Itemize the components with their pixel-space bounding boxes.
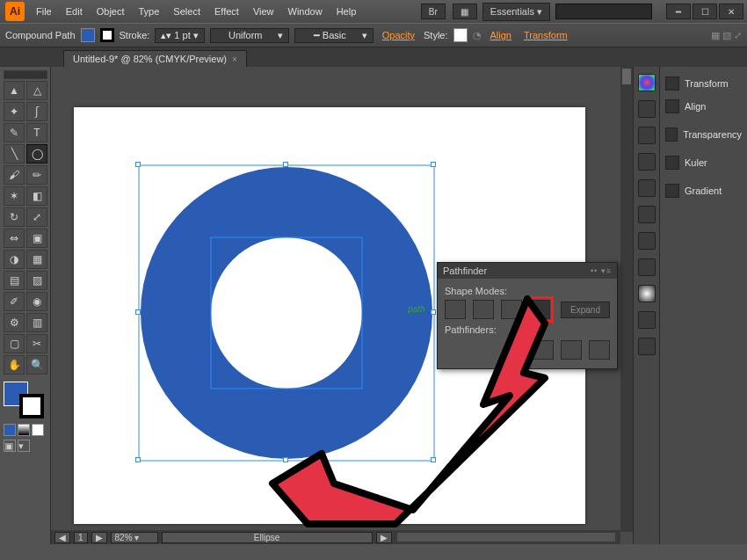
fill-swatch[interactable] (81, 28, 95, 42)
shape-builder-tool[interactable]: ◑ (4, 250, 25, 269)
blob-brush-tool[interactable]: ✶ (4, 186, 25, 206)
menu-file[interactable]: File (30, 4, 58, 19)
panel-align[interactable]: Align (662, 95, 745, 118)
toolbox-grip[interactable] (4, 70, 47, 79)
panel-transparency[interactable]: Transparency (662, 123, 745, 146)
window-close[interactable]: ✕ (719, 4, 743, 19)
appearance-icon[interactable] (638, 285, 656, 302)
pf-exclude-button[interactable] (529, 300, 550, 319)
ellipse-tool[interactable]: ◯ (26, 144, 47, 164)
selection-tool[interactable]: ▲ (4, 81, 25, 100)
mesh-tool[interactable]: ▤ (4, 271, 25, 290)
arrange-docs-icon[interactable]: ▦ (453, 4, 477, 19)
pathfinder-header[interactable]: Pathfinder •• ▾≡ (438, 263, 617, 279)
screen-mode-icon[interactable]: ▣ (4, 440, 16, 452)
fill-stroke-control[interactable] (4, 382, 47, 420)
artboard-next[interactable]: ▶ (91, 532, 107, 543)
pf-expand-button[interactable]: Expand (561, 302, 610, 318)
graphic-style-swatch[interactable] (453, 28, 468, 42)
stroke-weight-input[interactable]: ▴▾ 1 pt ▾ (155, 28, 204, 43)
paintbrush-tool[interactable]: 🖌 (4, 165, 25, 185)
status-next[interactable]: ▶ (376, 532, 392, 543)
eraser-tool[interactable]: ◧ (26, 186, 47, 206)
brush-style-select[interactable]: ━ Basic ▾ (294, 28, 374, 43)
stroke-color[interactable] (19, 394, 44, 418)
pf-intersect-button[interactable] (501, 300, 522, 319)
menu-select[interactable]: Select (167, 4, 207, 19)
window-maximize[interactable]: ☐ (693, 4, 717, 19)
menu-view[interactable]: View (247, 4, 280, 19)
pen-tool[interactable]: ✎ (4, 123, 25, 142)
brushes-icon[interactable] (638, 153, 656, 171)
type-tool[interactable]: T (26, 123, 47, 142)
symbols-icon[interactable] (638, 179, 656, 197)
window-minimize[interactable]: ━ (666, 4, 691, 19)
horizontal-scrollbar[interactable] (397, 533, 615, 542)
donut-shape[interactable] (137, 164, 436, 462)
direct-selection-tool[interactable]: △ (26, 81, 47, 100)
search-input[interactable] (555, 4, 652, 19)
blend-tool[interactable]: ◉ (26, 292, 47, 311)
line-tool[interactable]: ╲ (4, 144, 25, 164)
color-panel-icon[interactable] (638, 74, 656, 91)
gradient-mode-icon[interactable] (18, 424, 30, 436)
document-tab[interactable]: Untitled-9* @ 82% (CMYK/Preview) × (63, 50, 247, 67)
color-guide-icon[interactable] (638, 100, 656, 118)
align-link[interactable]: Align (487, 30, 515, 40)
magic-wand-tool[interactable]: ✦ (4, 102, 25, 121)
vertical-scrollbar[interactable] (620, 67, 633, 532)
panel-kuler[interactable]: Kuler (662, 151, 745, 174)
artboard-number[interactable]: 1 (74, 532, 88, 543)
color-mode-icon[interactable] (4, 424, 16, 436)
transform-link[interactable]: Transform (520, 30, 571, 40)
gradient-tool[interactable]: ▨ (26, 271, 47, 290)
swatches-icon[interactable] (638, 127, 656, 144)
pf-divide-button[interactable] (533, 340, 554, 360)
width-tool[interactable]: ⇔ (4, 229, 25, 248)
transparency-icon[interactable] (638, 258, 656, 276)
none-mode-icon[interactable] (32, 424, 44, 436)
bridge-icon[interactable]: Br (421, 4, 446, 19)
stroke-panel-icon[interactable] (638, 206, 656, 223)
menu-effect[interactable]: Effect (208, 4, 245, 19)
object-type-label: Compound Path (5, 30, 76, 40)
pf-unite-button[interactable] (445, 300, 466, 319)
change-screen-icon[interactable]: ▾ (18, 440, 30, 452)
graphic-styles-icon[interactable] (638, 311, 656, 329)
free-transform-tool[interactable]: ▣ (26, 229, 47, 248)
layers-icon[interactable] (638, 338, 656, 355)
panel-gradient[interactable]: Gradient (662, 179, 745, 202)
menu-edit[interactable]: Edit (60, 4, 89, 19)
pencil-tool[interactable]: ✏ (26, 165, 47, 185)
menu-object[interactable]: Object (91, 4, 131, 19)
symbol-sprayer-tool[interactable]: ⚙ (4, 313, 25, 332)
zoom-tool[interactable]: 🔍 (26, 355, 47, 375)
scale-tool[interactable]: ⤢ (26, 207, 47, 227)
stroke-swatch[interactable] (100, 28, 114, 42)
gradient-icon[interactable] (638, 232, 656, 250)
slice-tool[interactable]: ✂ (26, 334, 47, 353)
perspective-tool[interactable]: ▦ (26, 250, 47, 269)
workspace-selector[interactable]: Essentials ▾ (482, 3, 550, 21)
menu-type[interactable]: Type (133, 4, 166, 19)
hand-tool[interactable]: ✋ (4, 355, 25, 375)
opacity-link[interactable]: Opacity (379, 30, 418, 40)
menubar: File Edit Object Type Select Effect View… (30, 4, 362, 19)
panel-transform[interactable]: Transform (662, 72, 745, 95)
brush-def-select[interactable]: Uniform ▾ (210, 28, 289, 43)
menu-window[interactable]: Window (282, 4, 329, 19)
pf-minus-front-button[interactable] (473, 300, 494, 319)
shape-modes-label: Shape Modes: (445, 286, 610, 296)
pf-trim-button[interactable] (561, 340, 582, 360)
eyedropper-tool[interactable]: ✐ (4, 292, 25, 311)
menu-help[interactable]: Help (330, 4, 363, 19)
lasso-tool[interactable]: ʃ (26, 102, 47, 121)
rotate-tool[interactable]: ↻ (4, 207, 25, 227)
pathfinder-panel[interactable]: Pathfinder •• ▾≡ Shape Modes: Expand Pat… (437, 262, 618, 369)
graph-tool[interactable]: ▥ (26, 313, 47, 332)
artboard-prev[interactable]: ◀ (54, 532, 70, 543)
pf-merge-button[interactable] (589, 340, 610, 360)
close-tab-icon[interactable]: × (232, 55, 237, 64)
artboard-tool[interactable]: ▢ (4, 334, 25, 353)
zoom-level[interactable]: 82% ▾ (111, 532, 158, 543)
